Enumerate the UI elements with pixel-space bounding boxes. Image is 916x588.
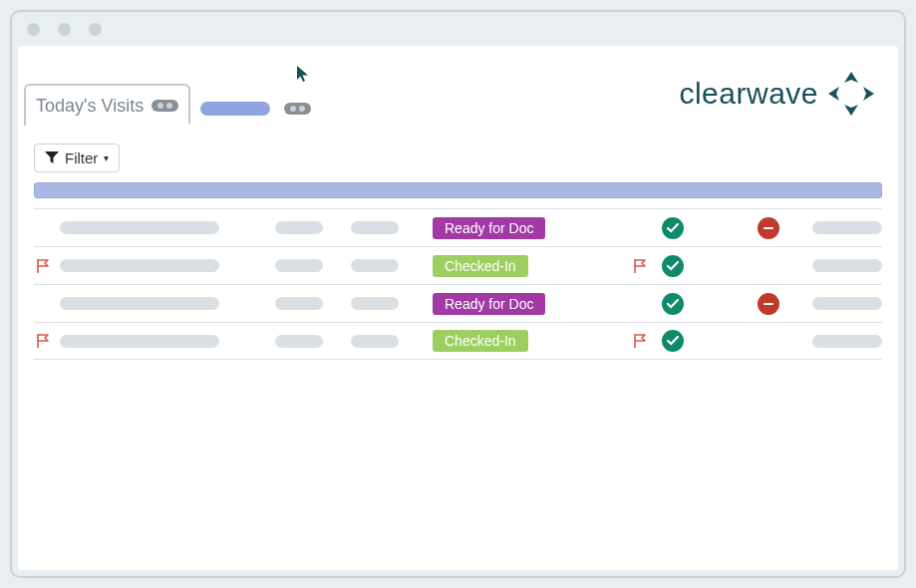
placeholder-cell (275, 297, 323, 310)
filter-label: Filter (65, 149, 98, 166)
check-button[interactable] (662, 330, 684, 352)
flag-icon (633, 258, 647, 274)
tab-label: Today's Visits (36, 96, 144, 117)
stop-button[interactable] (758, 293, 779, 315)
window-control-close[interactable] (27, 23, 40, 36)
status-badge: Ready for Doc (433, 217, 545, 239)
svg-rect-0 (763, 227, 773, 229)
flag-icon (36, 258, 50, 274)
placeholder-cell (60, 297, 219, 310)
placeholder-cell (351, 221, 399, 234)
placeholder-cell (60, 335, 219, 348)
flag-icon (36, 333, 50, 349)
placeholder-cell (275, 221, 323, 234)
visits-grid: Ready for Doc (18, 182, 898, 360)
minus-icon (763, 302, 774, 306)
stop-button[interactable] (758, 217, 779, 239)
check-icon (667, 261, 679, 271)
placeholder-cell (60, 259, 219, 272)
check-button[interactable] (662, 217, 684, 239)
tab-bar: Today's Visits (24, 84, 321, 126)
table-row[interactable]: Ready for Doc (34, 284, 882, 322)
brand-logo: clearwave (679, 70, 878, 118)
placeholder-cell (351, 259, 399, 272)
svg-rect-1 (763, 303, 773, 305)
tab-indicator-icon (152, 100, 178, 112)
window-control-zoom[interactable] (89, 23, 102, 36)
filter-button[interactable]: Filter ▾ (34, 144, 120, 172)
header: Today's Visits clearwave (18, 46, 898, 126)
placeholder-cell (275, 259, 323, 272)
placeholder-cell (351, 297, 399, 310)
status-badge: Checked-In (433, 255, 528, 277)
status-badge: Ready for Doc (433, 293, 545, 315)
filter-icon (45, 151, 59, 164)
window-titlebar (12, 12, 904, 46)
status-badge: Checked-In (433, 330, 528, 352)
app-window: Today's Visits clearwave (10, 10, 906, 578)
tab-todays-visits[interactable]: Today's Visits (24, 84, 190, 126)
check-icon (667, 223, 679, 233)
check-button[interactable] (662, 293, 684, 315)
placeholder-cell (812, 221, 882, 234)
app-content: Today's Visits clearwave (18, 46, 898, 570)
minus-icon (763, 226, 774, 230)
placeholder-cell (812, 259, 882, 272)
table-row[interactable]: Ready for Doc (34, 208, 882, 246)
table-row[interactable]: Checked-In (34, 322, 882, 360)
placeholder-cell (275, 335, 323, 348)
check-icon (667, 336, 679, 346)
brand-mark-icon (824, 70, 878, 118)
tab-indicator-icon (284, 103, 311, 115)
tab-secondary[interactable] (190, 92, 321, 126)
placeholder-cell (351, 335, 399, 348)
table-row[interactable]: Checked-In (34, 246, 882, 284)
placeholder-cell (812, 297, 882, 310)
tab-placeholder-bar (200, 102, 270, 116)
toolbar: Filter ▾ (18, 126, 898, 182)
caret-down-icon: ▾ (104, 152, 109, 163)
placeholder-cell (812, 335, 882, 348)
brand-name: clearwave (679, 77, 818, 111)
check-icon (667, 299, 679, 309)
check-button[interactable] (662, 255, 684, 277)
placeholder-cell (60, 221, 219, 234)
window-control-minimize[interactable] (58, 23, 71, 36)
flag-icon (633, 333, 647, 349)
grid-header-bar[interactable] (34, 182, 882, 198)
